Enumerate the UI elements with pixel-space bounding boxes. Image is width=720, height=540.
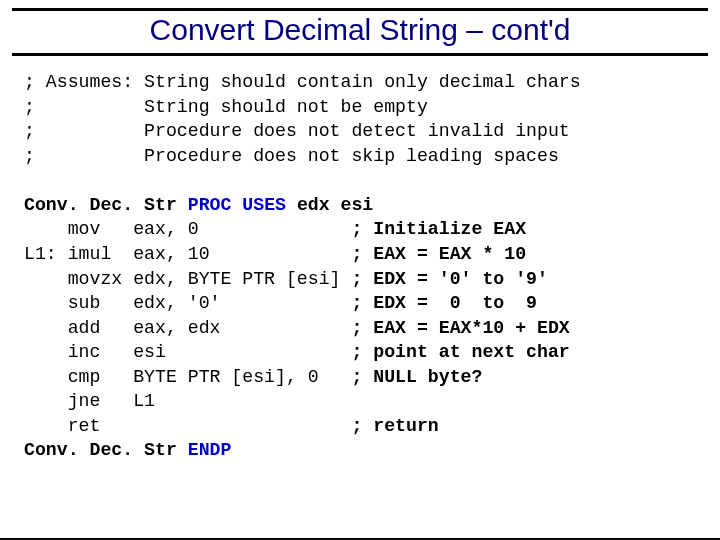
endp-keyword: ENDP bbox=[177, 440, 232, 460]
code-line-7b: ; NULL byte? bbox=[351, 367, 482, 387]
slide-title: Convert Decimal String – cont'd bbox=[150, 13, 571, 46]
assume-line-1: ; Assumes: String should contain only de… bbox=[24, 72, 581, 92]
code-line-2b: ; EAX = EAX * 10 bbox=[351, 244, 526, 264]
code-line-9a: ret bbox=[24, 416, 351, 436]
code-line-4a: sub edx, '0' bbox=[24, 293, 351, 313]
code-line-5a: add eax, edx bbox=[24, 318, 351, 338]
code-line-9b: ; return bbox=[351, 416, 438, 436]
proc-regs: edx esi bbox=[297, 195, 373, 215]
code-line-6b: ; point at next char bbox=[351, 342, 569, 362]
assume-line-4: ; Procedure does not skip leading spaces bbox=[24, 146, 559, 166]
code-line-8: jne L1 bbox=[24, 391, 155, 411]
proc-name: Conv. Dec. Str bbox=[24, 195, 177, 215]
assume-line-2: ; String should not be empty bbox=[24, 97, 428, 117]
code-line-1a: mov eax, 0 bbox=[24, 219, 351, 239]
endp-name: Conv. Dec. Str bbox=[24, 440, 177, 460]
code-line-2a: L1: imul eax, 10 bbox=[24, 244, 351, 264]
slide: Convert Decimal String – cont'd ; Assume… bbox=[0, 8, 720, 540]
code-line-1b: ; Initialize EAX bbox=[351, 219, 526, 239]
code-line-4b: ; EDX = 0 to 9 bbox=[351, 293, 537, 313]
code-line-5b: ; EAX = EAX*10 + EDX bbox=[351, 318, 569, 338]
code-block: ; Assumes: String should contain only de… bbox=[24, 70, 700, 463]
proc-keyword: PROC USES bbox=[177, 195, 297, 215]
code-line-6a: inc esi bbox=[24, 342, 351, 362]
code-line-3b: ; EDX = '0' to '9' bbox=[351, 269, 547, 289]
assume-line-3: ; Procedure does not detect invalid inpu… bbox=[24, 121, 570, 141]
code-line-7a: cmp BYTE PTR [esi], 0 bbox=[24, 367, 351, 387]
title-bar: Convert Decimal String – cont'd bbox=[12, 8, 708, 56]
code-line-3a: movzx edx, BYTE PTR [esi] bbox=[24, 269, 351, 289]
